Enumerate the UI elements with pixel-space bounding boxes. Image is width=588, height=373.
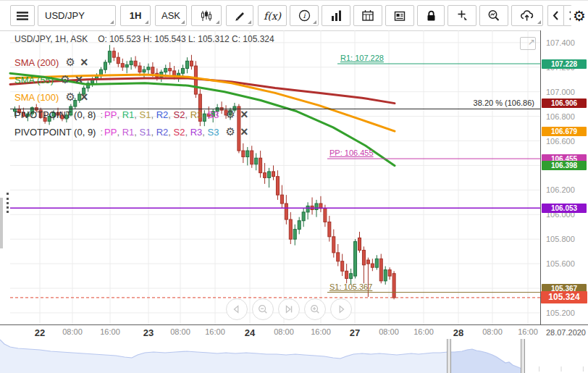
- news-button[interactable]: [385, 5, 414, 26]
- price-type-select[interactable]: ASK: [155, 5, 187, 26]
- svg-text:i: i: [303, 12, 306, 20]
- price-badge: 105.324: [541, 291, 587, 303]
- comma: ,: [117, 127, 122, 138]
- comma: ,: [202, 109, 207, 120]
- comma: ,: [168, 127, 173, 138]
- pivot-series-s1: S1: [140, 109, 151, 120]
- price-axis[interactable]: 107.400107.200107.000106.800106.600106.4…: [540, 30, 588, 324]
- time-tick-label: 16:00: [518, 327, 538, 336]
- time-tick-label: 08:00: [170, 327, 190, 336]
- indicator-label: SMA (55): [14, 75, 54, 85]
- time-tick-label: 16:00: [311, 327, 331, 336]
- functions-button[interactable]: f(x): [258, 5, 287, 26]
- fx-label: f(x): [264, 10, 281, 22]
- scroll-left-button[interactable]: [226, 298, 248, 320]
- indicator-row: PIVOTPOINT (0, 8):PP, R1, S1, R2, S2, R3…: [14, 106, 248, 122]
- indicator-settings-gear-icon[interactable]: ⚙: [225, 108, 235, 121]
- level-label[interactable]: PP: 106.455: [329, 148, 374, 157]
- indicator-label: SMA (200): [14, 57, 59, 68]
- time-tick-label: 08:00: [274, 327, 294, 336]
- level-label[interactable]: S1: 105.367: [329, 282, 372, 291]
- price-tick-label: 105.200: [546, 309, 575, 317]
- pivot-series-s2: S2: [174, 127, 185, 138]
- save-cloud-button[interactable]: [511, 5, 543, 26]
- price-tick-label: 105.800: [546, 235, 575, 243]
- range-selector-chart: [0, 339, 588, 373]
- zoom-area-button[interactable]: [479, 5, 508, 26]
- bar-chart-icon: [329, 9, 343, 22]
- ohlc-legend: USD/JPY, 1H, ASKO: 105.523 H: 105.543 L:…: [14, 34, 274, 44]
- draw-tools-button[interactable]: [226, 5, 253, 26]
- gear-icon: ⚙: [573, 7, 586, 25]
- pivot-series-s1: S1: [140, 127, 151, 138]
- timeframe-select[interactable]: 1H: [120, 5, 151, 26]
- skip-to-end-icon: [283, 303, 295, 315]
- pivot-series-pp: PP: [104, 109, 117, 120]
- level-label[interactable]: R1: 107.228: [340, 54, 384, 62]
- lock-button[interactable]: [417, 5, 445, 26]
- instrument-label: USD/JPY, 1H, ASK: [14, 34, 88, 44]
- pivot-series-pp: PP: [104, 127, 117, 138]
- price-tick-label: 106.600: [546, 137, 575, 146]
- calendar-icon: [361, 9, 374, 22]
- crosshair-button[interactable]: [448, 5, 476, 26]
- pivot-series-s3: S3: [208, 109, 219, 120]
- price-tick-label: 106.200: [546, 185, 575, 194]
- indicator-remove-icon[interactable]: ×: [240, 109, 248, 120]
- time-tick-label: 28: [453, 327, 463, 338]
- indicator-settings-gear-icon[interactable]: ⚙: [65, 56, 75, 69]
- indicator-settings-gear-icon[interactable]: ⚙: [60, 73, 70, 86]
- calendar-button[interactable]: [353, 5, 382, 26]
- indicator-remove-icon[interactable]: ×: [75, 75, 83, 85]
- info-button[interactable]: i: [290, 5, 319, 26]
- popout-icon[interactable]: ↗: [520, 37, 536, 50]
- indicator-remove-icon[interactable]: ×: [80, 57, 88, 67]
- colon: :: [100, 127, 103, 138]
- price-chart[interactable]: USD/JPY, 1H, ASKO: 105.523 H: 105.543 L:…: [0, 30, 540, 324]
- level-label[interactable]: 38.20 % (106.86): [474, 99, 534, 107]
- price-badge: 106.906: [542, 99, 587, 108]
- scroll-right-button[interactable]: [330, 298, 352, 320]
- indicator-remove-icon[interactable]: ×: [240, 127, 248, 137]
- volume-button[interactable]: [322, 5, 350, 26]
- time-tick-label: 08:00: [62, 327, 83, 336]
- comma: ,: [151, 109, 156, 120]
- chart-nav-buttons: [226, 298, 352, 320]
- pencil-icon: [234, 10, 245, 22]
- range-selector[interactable]: [0, 339, 588, 373]
- indicator-remove-icon[interactable]: ×: [80, 92, 88, 102]
- range-handle-left[interactable]: [447, 339, 451, 373]
- chart-legend: USD/JPY, 1H, ASKO: 105.523 H: 105.543 L:…: [14, 34, 274, 44]
- back-button[interactable]: [547, 5, 563, 26]
- scrollbar-thumb[interactable]: [0, 198, 3, 248]
- cloud-upload-icon: [520, 9, 534, 22]
- comma: ,: [134, 127, 139, 138]
- candlestick-icon: [200, 10, 213, 22]
- chart-type-button[interactable]: [191, 5, 222, 26]
- settings-button[interactable]: ⚙: [571, 5, 588, 26]
- symbol-label: USD/JPY: [38, 10, 115, 21]
- price-badge: 107.228: [542, 59, 587, 69]
- indicator-settings-gear-icon[interactable]: ⚙: [65, 91, 75, 104]
- indicator-settings-gear-icon[interactable]: ⚙: [225, 125, 235, 138]
- pane-resize-grip[interactable]: [7, 193, 9, 213]
- price-tick-label: 105.600: [546, 259, 575, 268]
- indicator-row: PIVOTPOINT (0, 9):PP, R1, S1, R2, S2, R3…: [14, 124, 248, 140]
- ohlc-values: O: 105.523 H: 105.543 L: 105.312 C: 105.…: [98, 34, 274, 44]
- indicator-row: SMA (200)⚙×: [14, 54, 88, 70]
- zoom-in-button[interactable]: [304, 298, 326, 320]
- zoom-out-button[interactable]: [252, 298, 274, 320]
- price-type-label: ASK: [161, 10, 180, 21]
- price-tick-label: 107.000: [546, 88, 575, 96]
- price-tick-label: 107.400: [546, 38, 575, 47]
- axis-end-date: 28.07.2020: [546, 328, 586, 337]
- menu-button[interactable]: [10, 5, 35, 26]
- comma: ,: [168, 109, 173, 120]
- indicator-row: SMA (100)⚙×: [14, 89, 88, 105]
- comma: ,: [151, 127, 156, 138]
- symbol-select[interactable]: USD/JPY: [38, 5, 116, 26]
- go-to-latest-button[interactable]: [278, 298, 300, 320]
- pivot-series-r1: R1: [122, 127, 135, 138]
- range-handle-right[interactable]: [521, 339, 525, 373]
- time-axis[interactable]: 28.07.2020 2208:0016:002308:0016:002408:…: [0, 324, 588, 339]
